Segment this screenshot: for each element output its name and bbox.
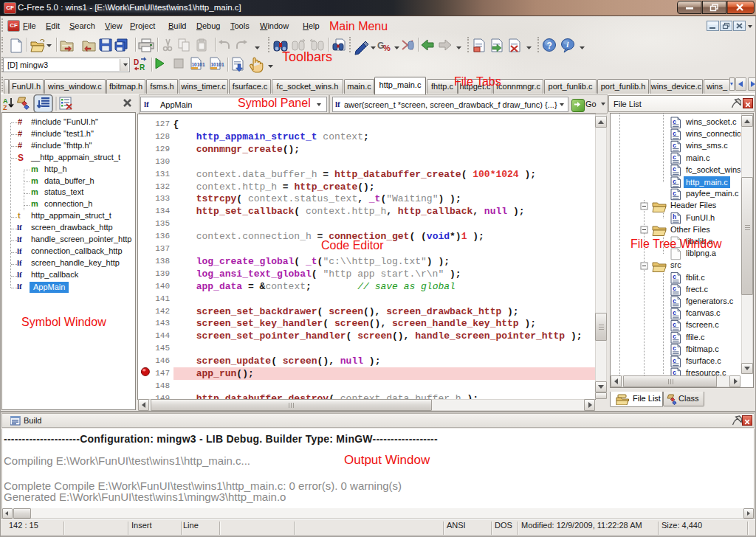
svg-text:D: D	[134, 58, 139, 66]
svg-text:%: %	[383, 44, 391, 52]
svg-text:10101: 10101	[192, 62, 205, 67]
svg-text:10101: 10101	[211, 62, 224, 67]
svg-text:Z: Z	[3, 104, 7, 111]
svg-text:?: ?	[547, 41, 552, 51]
svg-text:R: R	[140, 63, 145, 72]
